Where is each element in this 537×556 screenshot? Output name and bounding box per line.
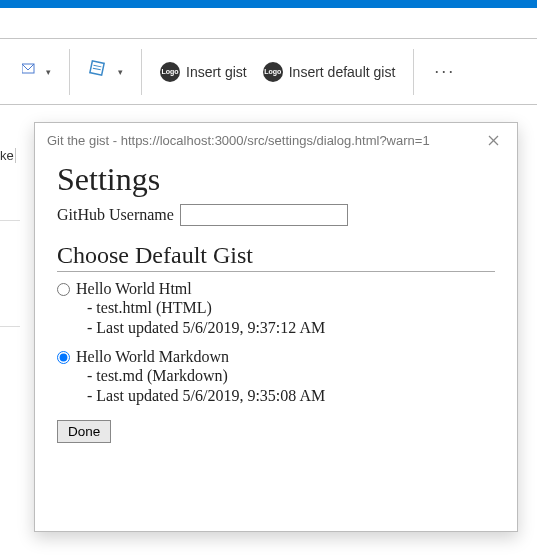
dialog-titlebar: Git the gist - https://localhost:3000/sr…: [35, 123, 517, 157]
logo-icon: Logo: [160, 62, 180, 82]
username-label: GitHub Username: [57, 206, 174, 224]
gist-name: Hello World Markdown: [76, 348, 229, 366]
ribbon-group-1: ▾: [6, 39, 67, 104]
gist-updated-line: - Last updated 5/6/2019, 9:37:12 AM: [57, 318, 495, 338]
gist-radio[interactable]: [57, 283, 70, 296]
gist-updated-line: - Last updated 5/6/2019, 9:35:08 AM: [57, 386, 495, 406]
dialog-body: Settings GitHub Username Choose Default …: [35, 157, 517, 453]
ellipsis-icon: ···: [424, 61, 465, 82]
background-divider: [0, 326, 20, 327]
close-icon: [488, 135, 499, 146]
dialog-close-button[interactable]: [479, 128, 507, 152]
window-accent-bar: [0, 0, 537, 8]
settings-dialog: Git the gist - https://localhost:3000/sr…: [34, 122, 518, 532]
gist-radio-row[interactable]: Hello World Markdown: [57, 348, 495, 366]
ribbon-separator: [141, 49, 142, 95]
mail-icon: [22, 61, 38, 83]
gist-radio[interactable]: [57, 351, 70, 364]
chevron-down-icon: ▾: [118, 67, 123, 77]
gist-option: Hello World Markdown - test.md (Markdown…: [57, 348, 495, 406]
ribbon: ▾ ▾ Logo Insert gist Logo Insert default…: [0, 39, 537, 105]
partial-text: ke: [0, 148, 16, 163]
ribbon-group-gist: Logo Insert gist Logo Insert default gis…: [144, 39, 411, 104]
username-input[interactable]: [180, 204, 348, 226]
ribbon-group-2: ▾: [72, 39, 139, 104]
choose-default-heading: Choose Default Gist: [57, 242, 495, 269]
section-divider: [57, 271, 495, 272]
svg-rect-1: [90, 61, 104, 75]
gist-file-line: - test.md (Markdown): [57, 366, 495, 386]
ribbon-overflow-button[interactable]: ···: [416, 57, 473, 86]
gist-option: Hello World Html - test.html (HTML) - La…: [57, 280, 495, 338]
insert-gist-label: Insert gist: [186, 64, 247, 80]
stamp-icon: [88, 59, 110, 84]
gist-file-line: - test.html (HTML): [57, 298, 495, 318]
username-row: GitHub Username: [57, 204, 495, 226]
ribbon-separator: [69, 49, 70, 95]
ribbon-separator: [413, 49, 414, 95]
settings-heading: Settings: [57, 161, 495, 198]
svg-line-2: [94, 65, 102, 67]
background-divider: [0, 220, 20, 221]
done-button[interactable]: Done: [57, 420, 111, 443]
dialog-title: Git the gist - https://localhost:3000/sr…: [47, 133, 479, 148]
insert-default-gist-button[interactable]: Logo Insert default gist: [255, 58, 404, 86]
gist-radio-row[interactable]: Hello World Html: [57, 280, 495, 298]
insert-default-gist-label: Insert default gist: [289, 64, 396, 80]
stamp-dropdown-button[interactable]: ▾: [80, 55, 131, 88]
mail-dropdown-button[interactable]: ▾: [14, 57, 59, 87]
insert-gist-button[interactable]: Logo Insert gist: [152, 58, 255, 86]
logo-icon: Logo: [263, 62, 283, 82]
gist-name: Hello World Html: [76, 280, 192, 298]
chevron-down-icon: ▾: [46, 67, 51, 77]
svg-line-3: [93, 68, 101, 70]
